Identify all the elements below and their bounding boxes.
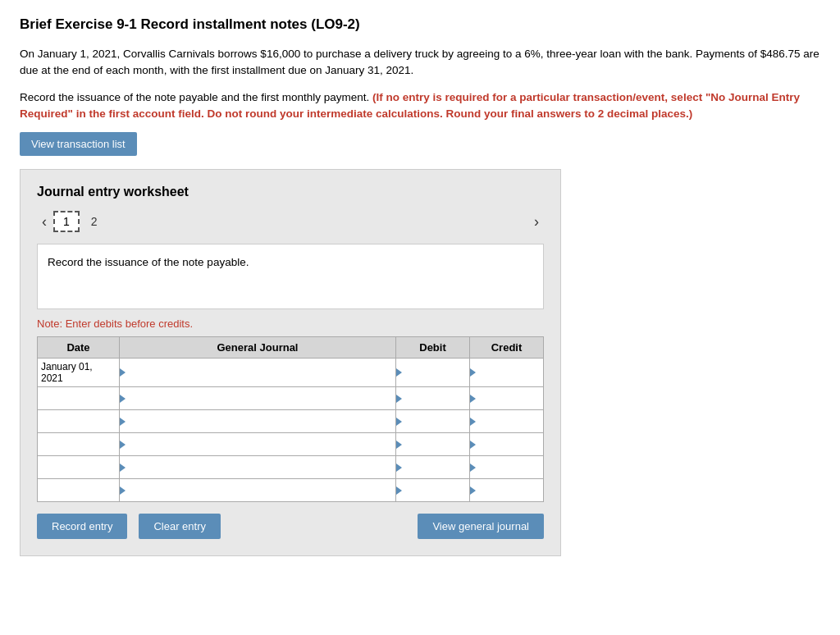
row-indicator-icon-5 <box>120 487 126 495</box>
col-header-general-journal: General Journal <box>120 337 396 359</box>
debit-indicator-icon-3 <box>396 441 402 449</box>
date-cell-2 <box>38 410 120 433</box>
credit-cell-0[interactable] <box>470 359 544 387</box>
table-row: January 01, 2021 <box>38 359 544 387</box>
credit-indicator-icon-4 <box>470 464 476 472</box>
credit-input-3[interactable] <box>477 433 543 455</box>
table-row <box>38 433 544 456</box>
debit-indicator-icon-4 <box>396 464 402 472</box>
note-text: Note: Enter debits before credits. <box>37 318 544 330</box>
debit-input-0[interactable] <box>403 359 469 386</box>
credit-cell-2[interactable] <box>470 410 544 433</box>
debit-input-4[interactable] <box>403 456 469 478</box>
credit-cell-4[interactable] <box>470 456 544 479</box>
general-journal-cell-3[interactable] <box>120 433 396 456</box>
view-general-journal-button[interactable]: View general journal <box>418 514 544 539</box>
general-journal-input-2[interactable] <box>128 410 395 432</box>
date-cell-1 <box>38 387 120 410</box>
credit-input-0[interactable] <box>477 359 543 386</box>
date-cell-3 <box>38 433 120 456</box>
entry-description: Record the issuance of the note payable. <box>37 244 544 309</box>
debit-cell-1[interactable] <box>396 387 470 410</box>
debit-cell-2[interactable] <box>396 410 470 433</box>
row-indicator-icon-1 <box>120 395 126 403</box>
credit-indicator-icon-0 <box>470 368 476 377</box>
debit-cell-0[interactable] <box>396 359 470 387</box>
credit-input-5[interactable] <box>477 479 543 501</box>
row-indicator-icon-3 <box>120 441 126 449</box>
record-entry-button[interactable]: Record entry <box>37 514 127 539</box>
date-cell-4 <box>38 456 120 479</box>
debit-indicator-icon-2 <box>396 418 402 426</box>
credit-input-2[interactable] <box>477 410 543 432</box>
credit-input-1[interactable] <box>477 387 543 409</box>
credit-input-4[interactable] <box>477 456 543 478</box>
tab-2[interactable]: 2 <box>83 212 106 231</box>
debit-indicator-icon-1 <box>396 395 402 403</box>
row-indicator-icon-2 <box>120 418 126 426</box>
credit-indicator-icon-5 <box>470 487 476 495</box>
instruction-plain: Record the issuance of the note payable … <box>20 89 820 123</box>
debit-input-1[interactable] <box>403 387 469 409</box>
debit-input-2[interactable] <box>403 410 469 432</box>
action-row: Record entry Clear entry View general jo… <box>37 514 544 539</box>
general-journal-cell-4[interactable] <box>120 456 396 479</box>
col-header-date: Date <box>38 337 120 359</box>
table-row <box>38 387 544 410</box>
date-cell-0: January 01, 2021 <box>38 359 120 387</box>
tab-next-button[interactable]: › <box>529 214 544 229</box>
general-journal-input-1[interactable] <box>128 387 395 409</box>
tab-prev-button[interactable]: ‹ <box>37 214 52 229</box>
general-journal-input-0[interactable] <box>128 359 395 386</box>
table-row <box>38 456 544 479</box>
tab-row: ‹ 1 2 › <box>37 211 544 232</box>
general-journal-cell-0[interactable] <box>120 359 396 387</box>
credit-cell-5[interactable] <box>470 479 544 502</box>
debit-input-3[interactable] <box>403 433 469 455</box>
debit-input-5[interactable] <box>403 479 469 501</box>
page-title: Brief Exercise 9-1 Record installment no… <box>20 16 820 33</box>
debit-cell-4[interactable] <box>396 456 470 479</box>
debit-cell-3[interactable] <box>396 433 470 456</box>
general-journal-cell-5[interactable] <box>120 479 396 502</box>
tab-1[interactable]: 1 <box>53 211 80 232</box>
table-row <box>38 410 544 433</box>
credit-indicator-icon-3 <box>470 441 476 449</box>
intro-paragraph: On January 1, 2021, Corvallis Carnivals … <box>20 46 820 80</box>
credit-cell-3[interactable] <box>470 433 544 456</box>
general-journal-input-3[interactable] <box>128 433 395 455</box>
debit-cell-5[interactable] <box>396 479 470 502</box>
credit-indicator-icon-1 <box>470 395 476 403</box>
journal-table: Date General Journal Debit Credit Januar… <box>37 336 544 502</box>
col-header-credit: Credit <box>470 337 544 359</box>
col-header-debit: Debit <box>396 337 470 359</box>
general-journal-input-4[interactable] <box>128 456 395 478</box>
date-cell-5 <box>38 479 120 502</box>
general-journal-cell-1[interactable] <box>120 387 396 410</box>
general-journal-input-5[interactable] <box>128 479 395 501</box>
worksheet-title: Journal entry worksheet <box>37 185 544 199</box>
row-indicator-icon-4 <box>120 464 126 472</box>
journal-entry-worksheet: Journal entry worksheet ‹ 1 2 › Record t… <box>20 169 561 556</box>
debit-indicator-icon-0 <box>396 368 402 377</box>
view-transaction-list-button[interactable]: View transaction list <box>20 132 137 156</box>
clear-entry-button[interactable]: Clear entry <box>139 514 221 539</box>
debit-indicator-icon-5 <box>396 487 402 495</box>
general-journal-cell-2[interactable] <box>120 410 396 433</box>
table-row <box>38 479 544 502</box>
credit-indicator-icon-2 <box>470 418 476 426</box>
credit-cell-1[interactable] <box>470 387 544 410</box>
row-indicator-icon-0 <box>120 368 126 377</box>
